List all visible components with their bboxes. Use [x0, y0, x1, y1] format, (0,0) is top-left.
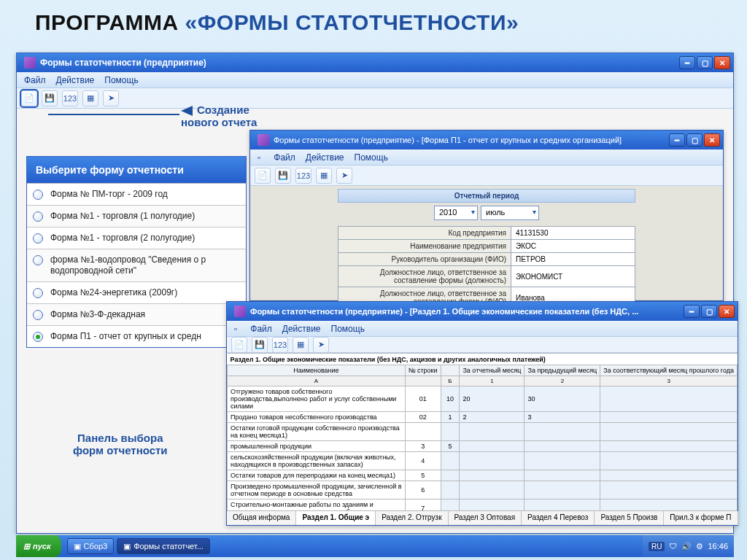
taskbar-item[interactable]: ▣Сбор3 [67, 538, 115, 554]
cell[interactable] [441, 470, 460, 481]
cell[interactable] [525, 499, 600, 511]
menu-action[interactable]: Действие [56, 75, 95, 85]
save-icon[interactable]: 💾 [252, 337, 268, 353]
cell[interactable] [441, 452, 460, 470]
form-option[interactable]: форма №1-водопровод "Сведения о р водопр… [27, 249, 246, 281]
cell[interactable] [600, 386, 738, 412]
radio-icon[interactable] [33, 332, 43, 342]
close-button[interactable]: ✕ [714, 56, 730, 69]
go-icon[interactable]: ➤ [103, 90, 119, 106]
field-value[interactable]: ЭКОНОМИСТ [511, 266, 635, 287]
win1-titlebar[interactable]: Формы статотчетности (предприятие) ━ ▢ ✕ [17, 53, 733, 72]
number-icon[interactable]: 123 [62, 90, 78, 106]
cell[interactable] [525, 452, 600, 470]
radio-icon[interactable] [33, 211, 43, 222]
cell[interactable] [460, 470, 525, 481]
cell[interactable] [600, 423, 738, 441]
maximize-button[interactable]: ▢ [697, 56, 713, 69]
minimize-button[interactable]: ━ [684, 305, 700, 318]
cell[interactable]: 3 [525, 412, 600, 423]
radio-icon[interactable] [33, 233, 43, 244]
cell[interactable] [441, 481, 460, 499]
cell[interactable]: 10 [441, 386, 460, 412]
cell[interactable] [460, 423, 525, 441]
grid-icon[interactable]: ▦ [293, 337, 309, 353]
radio-icon[interactable] [33, 190, 43, 200]
cell[interactable]: 1 [441, 412, 460, 423]
lang-indicator[interactable]: RU [649, 542, 665, 551]
cell[interactable]: 5 [441, 441, 460, 452]
field-value[interactable]: ПЕТРОВ [511, 253, 635, 266]
cell[interactable] [525, 441, 600, 452]
form-option[interactable]: Форма №1 - торговля (1 полугодие) [27, 205, 246, 227]
new-icon[interactable]: 📄 [231, 337, 247, 353]
grid-icon[interactable]: ▦ [82, 90, 98, 106]
sheet-tab[interactable]: Раздел 1. Общие э [296, 511, 376, 525]
table-row[interactable]: сельскохозяйственной продукции (включая … [228, 452, 738, 470]
cell[interactable] [600, 412, 738, 423]
cell[interactable] [441, 423, 460, 441]
form-option[interactable]: Форма №1 - торговля (2 полугодие) [27, 227, 246, 249]
table-row[interactable]: Продано товаров несобственного производс… [228, 412, 738, 423]
sheet-tab[interactable]: Раздел 3 Оптовая [449, 511, 522, 525]
menu-action[interactable]: Действие [282, 324, 321, 334]
cell[interactable] [600, 499, 738, 511]
win3-titlebar[interactable]: Формы статотчетности (предприятие) - [Ра… [227, 302, 738, 321]
start-button[interactable]: ⊞пуск [16, 535, 61, 557]
form-option[interactable]: Форма №24-энергетика (2009г) [27, 281, 246, 303]
menu-file[interactable]: Файл [274, 152, 295, 163]
sheet-tab[interactable]: Раздел 4 Перевоз [522, 511, 595, 525]
year-combo[interactable]: 2010 [434, 206, 478, 220]
field-value[interactable]: 41131530 [511, 227, 635, 240]
save-icon[interactable]: 💾 [275, 168, 291, 184]
table-row[interactable]: Остатки товаров для перепродажи на конец… [228, 470, 738, 481]
minimize-button[interactable]: ━ [679, 56, 695, 69]
tray-icon[interactable]: ⚙ [696, 542, 703, 551]
month-combo[interactable]: июль [481, 206, 539, 220]
save-icon[interactable]: 💾 [42, 90, 58, 106]
sheet-tab[interactable]: Прил.3 к форме П [664, 511, 738, 525]
go-icon[interactable]: ➤ [336, 168, 352, 184]
close-button[interactable]: ✕ [704, 133, 720, 147]
table-row[interactable]: Произведено промышленной продукции, зачи… [228, 481, 738, 499]
maximize-button[interactable]: ▢ [701, 305, 717, 318]
cell[interactable] [525, 481, 600, 499]
cell[interactable]: 30 [525, 386, 600, 412]
grid-icon[interactable]: ▦ [316, 168, 332, 184]
cell[interactable] [600, 481, 738, 499]
sheet-tab[interactable]: Раздел 2. Отгрузк [376, 511, 448, 525]
clock[interactable]: 16:46 [708, 542, 728, 551]
new-report-button[interactable]: 📄 [21, 90, 37, 106]
number-icon[interactable]: 123 [295, 168, 311, 184]
sheet-tab[interactable]: Общая информа [227, 511, 296, 525]
win2-titlebar[interactable]: Формы статотчетности (предприятие) - [Фо… [250, 131, 723, 149]
radio-icon[interactable] [33, 288, 43, 298]
taskbar-item[interactable]: ▣Формы статотчет... [117, 538, 210, 554]
menu-action[interactable]: Действие [306, 152, 344, 163]
table-row[interactable]: Строительно-монтажные работы по зданиям … [228, 499, 738, 511]
cell[interactable] [460, 499, 525, 511]
close-button[interactable]: ✕ [719, 305, 735, 318]
menu-help[interactable]: Помощь [331, 324, 365, 334]
table-row[interactable]: Отгружено товаров собственного производс… [228, 386, 738, 412]
maximize-button[interactable]: ▢ [686, 133, 703, 147]
new-icon[interactable]: 📄 [255, 168, 271, 184]
menu-help[interactable]: Помощь [355, 152, 388, 163]
tray-icon[interactable]: 🛡 [669, 542, 677, 551]
cell[interactable] [460, 441, 525, 452]
cell[interactable]: 2 [460, 412, 525, 423]
indicators-grid[interactable]: Раздел 1. Общие экономические показатели… [227, 353, 738, 510]
cell[interactable] [600, 452, 738, 470]
number-icon[interactable]: 123 [272, 337, 288, 353]
minimize-button[interactable]: ━ [669, 133, 685, 147]
table-row[interactable]: Остатки готовой продукции собственного п… [228, 423, 738, 441]
menu-file[interactable]: Файл [250, 324, 272, 334]
cell[interactable] [525, 423, 600, 441]
go-icon[interactable]: ➤ [313, 337, 329, 353]
table-row[interactable]: промышленной продукции35 [228, 441, 738, 452]
radio-icon[interactable] [33, 255, 43, 265]
cell[interactable]: 20 [460, 386, 525, 412]
cell[interactable] [600, 470, 738, 481]
form-option[interactable]: Форма № ПМ-торг - 2009 год [27, 183, 246, 205]
form-option[interactable]: Форма П1 - отчет от крупных и средн [27, 325, 246, 347]
